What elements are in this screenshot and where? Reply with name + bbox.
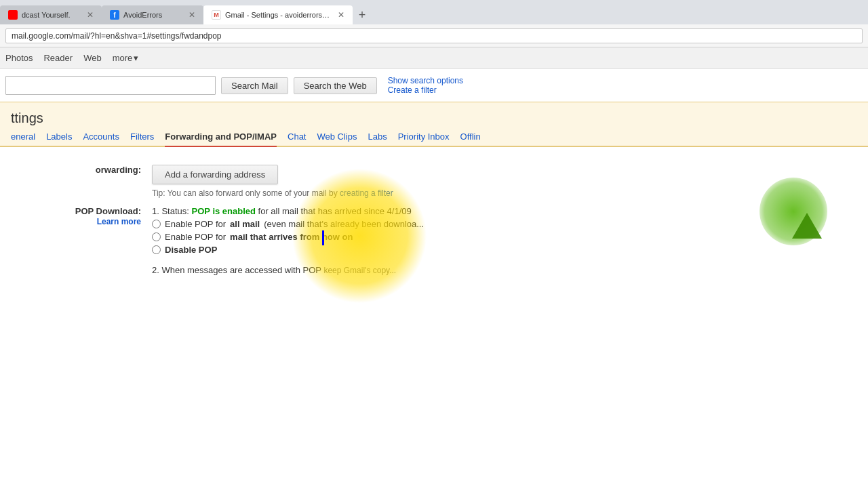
learn-more-link2[interactable]: earn more bbox=[102, 217, 141, 226]
tab-facebook-close[interactable]: ✕ bbox=[189, 10, 195, 20]
pop-option1-suffix: (even mail that's already been downloa..… bbox=[264, 219, 424, 229]
keep-gmail-label: keep Gmail's copy... bbox=[323, 266, 396, 275]
forwarding-tip: Tip: You can also forward only some of y… bbox=[152, 188, 852, 198]
forwarding-label-cell: orwarding: bbox=[11, 161, 146, 202]
settings-tabs: eneral Labels Accounts Filters Forwardin… bbox=[0, 126, 868, 147]
text-cursor bbox=[322, 230, 324, 245]
tab-youtube-close[interactable]: ✕ bbox=[87, 10, 94, 20]
tab-gmail-close[interactable]: ✕ bbox=[338, 10, 344, 20]
show-search-options-link[interactable]: Show search options bbox=[388, 76, 463, 85]
pop-option3-radio[interactable] bbox=[152, 245, 161, 254]
add-forwarding-button[interactable]: Add a forwarding address bbox=[152, 165, 278, 184]
pop-option2: Enable POP for mail that arrives from no… bbox=[152, 232, 852, 242]
pop-status-suffix: for all mail that has arrived since 4/1/… bbox=[256, 206, 412, 216]
creating-filter-link[interactable]: creating a filter bbox=[340, 188, 393, 198]
pop-option1-bold: all mail bbox=[230, 219, 260, 229]
tab-bar: dcast Yourself. ✕ f AvoidErrors ✕ M Gmai… bbox=[0, 0, 868, 24]
pop-option2-prefix: Enable POP for bbox=[165, 232, 226, 242]
content-area: orwarding: Add a forwarding address Tip:… bbox=[0, 147, 868, 293]
pop-section2: 2. When messages are accessed with POP k… bbox=[152, 265, 852, 275]
tab-facebook-label: AvoidErrors bbox=[123, 11, 184, 19]
tab-priority-inbox[interactable]: Priority Inbox bbox=[398, 131, 450, 146]
gmail-favicon: M bbox=[212, 10, 221, 20]
tab-chat[interactable]: Chat bbox=[288, 131, 306, 146]
omnibar-input[interactable] bbox=[5, 28, 863, 43]
pop-label-cell: POP Download: Learn more bbox=[11, 202, 146, 279]
pop-option1-prefix: Enable POP for bbox=[165, 219, 226, 229]
pop-option2-bold: mail that arrives from now on bbox=[230, 232, 353, 242]
toolbar-web-link[interactable]: Web bbox=[83, 53, 102, 63]
toolbar-more-label: more bbox=[113, 53, 133, 63]
tab-offline[interactable]: Offlin bbox=[460, 131, 481, 146]
pop-option3-label: Disable POP bbox=[165, 245, 217, 255]
tab-youtube-label: dcast Yourself. bbox=[22, 11, 83, 19]
pop-option3: Disable POP bbox=[152, 245, 852, 255]
pop-download-label2: OP Download: bbox=[81, 206, 141, 216]
new-tab-button[interactable]: + bbox=[353, 5, 372, 24]
tab-gmail-label: Gmail - Settings - avoiderrors@gmail.... bbox=[225, 11, 334, 19]
pop-status-line: 1. Status: POP is enabled for all mail t… bbox=[152, 206, 852, 216]
create-filter-link[interactable]: Create a filter bbox=[388, 85, 463, 95]
learn-more-link[interactable]: L bbox=[97, 217, 102, 226]
pop-section2-label: 2. When messages are accessed with POP bbox=[152, 265, 321, 275]
pop-status-prefix: 1. Status: bbox=[152, 206, 192, 216]
pop-option2-radio[interactable] bbox=[152, 232, 161, 241]
search-web-button[interactable]: Search the Web bbox=[294, 77, 377, 94]
tab-labels[interactable]: Labels bbox=[46, 131, 72, 146]
pop-download-row: POP Download: Learn more 1. Status: POP … bbox=[11, 202, 857, 279]
forwarding-label: orwarding: bbox=[96, 165, 141, 175]
settings-wrapper: ttings eneral Labels Accounts Filters Fo… bbox=[0, 102, 868, 147]
omnibar-bar bbox=[0, 24, 868, 47]
tab-youtube[interactable]: dcast Yourself. ✕ bbox=[0, 5, 102, 24]
tab-facebook[interactable]: f AvoidErrors ✕ bbox=[102, 5, 203, 24]
forwarding-value-cell: Add a forwarding address Tip: You can al… bbox=[146, 161, 857, 202]
settings-title: ttings bbox=[0, 102, 868, 126]
pop-option1-radio[interactable] bbox=[152, 220, 161, 228]
browser-chrome: dcast Yourself. ✕ f AvoidErrors ✕ M Gmai… bbox=[0, 0, 868, 47]
content-table: orwarding: Add a forwarding address Tip:… bbox=[11, 161, 857, 279]
search-links: Show search options Create a filter bbox=[388, 76, 463, 95]
tab-webclips[interactable]: Web Clips bbox=[317, 131, 357, 146]
pop-option1: Enable POP for all mail (even mail that'… bbox=[152, 219, 852, 229]
toolbar-more-button[interactable]: more ▾ bbox=[113, 53, 139, 63]
tab-labs[interactable]: Labs bbox=[368, 131, 387, 146]
settings-title-text: ttings bbox=[11, 110, 43, 125]
toolbar-reader-link[interactable]: Reader bbox=[43, 53, 73, 63]
green-triangle-overlay bbox=[792, 213, 822, 239]
tab-filters[interactable]: Filters bbox=[130, 131, 154, 146]
toolbar-photos-link[interactable]: Photos bbox=[5, 53, 33, 63]
tab-forwarding[interactable]: Forwarding and POP/IMAP bbox=[165, 131, 277, 147]
toolbar-more-arrow: ▾ bbox=[134, 53, 138, 63]
page-container: dcast Yourself. ✕ f AvoidErrors ✕ M Gmai… bbox=[0, 0, 868, 293]
search-input[interactable] bbox=[5, 76, 216, 95]
pop-radio-group: Enable POP for all mail (even mail that'… bbox=[152, 219, 852, 255]
google-toolbar: Photos Reader Web more ▾ bbox=[0, 47, 868, 69]
facebook-favicon: f bbox=[110, 10, 119, 20]
youtube-favicon bbox=[8, 10, 18, 20]
tip-prefix: Tip: You can also forward only some of y… bbox=[152, 188, 340, 198]
forwarding-row: orwarding: Add a forwarding address Tip:… bbox=[11, 161, 857, 202]
tab-gmail[interactable]: M Gmail - Settings - avoiderrors@gmail..… bbox=[203, 5, 353, 24]
search-mail-button[interactable]: Search Mail bbox=[221, 77, 288, 94]
pop-value-cell: 1. Status: POP is enabled for all mail t… bbox=[146, 202, 857, 279]
tab-accounts[interactable]: Accounts bbox=[83, 131, 119, 146]
search-bar: Search Mail Search the Web Show search o… bbox=[0, 69, 868, 102]
pop-status-value: POP is enabled bbox=[192, 206, 256, 216]
tab-general[interactable]: eneral bbox=[11, 131, 35, 146]
